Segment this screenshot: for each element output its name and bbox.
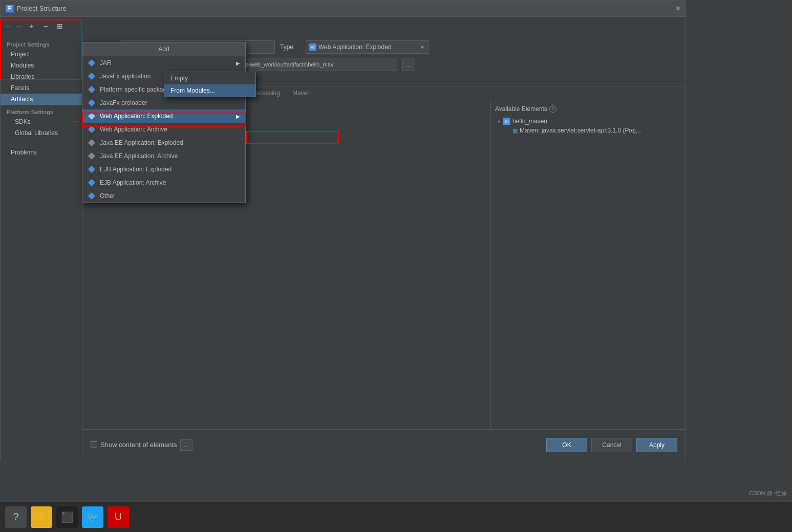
submenu-item-from-modules[interactable]: From Modules...	[164, 84, 255, 97]
platform-settings-label: Platform Settings	[1, 105, 82, 116]
menu-item-ejb-archive[interactable]: EJB Application: Archive	[82, 176, 245, 189]
avail-expand-icon: ▾	[495, 119, 502, 124]
sidebar-item-artifacts[interactable]: Artifacts	[1, 94, 82, 105]
menu-item-ejb-archive-label: EJB Application: Archive	[100, 179, 166, 186]
jar-icon	[88, 59, 96, 67]
webapp-exploded-arrow-icon: ▶	[236, 114, 240, 119]
menu-item-webapp-exploded-label: Web Application: Exploded	[100, 113, 173, 120]
remove-button[interactable]: −	[39, 20, 52, 32]
menu-item-jar[interactable]: JAR ▶	[82, 56, 245, 70]
web-app-icon: W	[309, 43, 316, 51]
show-content-row: Show content of elements ...	[91, 439, 192, 451]
taskbar-twitter-icon[interactable]: 🐦	[82, 506, 103, 528]
avail-item-hello-maven[interactable]: ▾ M hello_maven	[495, 117, 681, 126]
menu-item-javaee-archive-label: Java EE Application: Archive	[100, 152, 178, 160]
avail-module-label: hello_maven	[512, 118, 547, 125]
lib-icon: ▦	[512, 127, 518, 134]
javafx-preloader-icon	[88, 99, 96, 107]
taskbar-help-icon[interactable]: ?	[5, 506, 27, 528]
menu-item-other[interactable]: Other	[82, 189, 245, 203]
toolbar: ← → + − ⊞	[1, 17, 686, 35]
ejb-archive-icon	[88, 179, 96, 187]
browse-button[interactable]: …	[402, 58, 415, 71]
webapp-archive-icon	[88, 125, 96, 134]
menu-item-jar-label: JAR	[100, 59, 112, 66]
type-value: Web Application: Exploded	[318, 43, 392, 51]
menu-item-ejb-exploded[interactable]: EJB Application: Exploded	[82, 163, 245, 176]
chevron-down-icon: ▼	[420, 45, 425, 50]
avail-item-servlet[interactable]: ▦ Maven: javax.servlet:servlet-api:3.1.0…	[504, 126, 681, 135]
title-bar-left: P Project Structure	[6, 5, 67, 13]
menu-item-javafx-app-label: JavaFx application	[100, 73, 151, 80]
available-header: Available Elements ?	[495, 105, 681, 113]
sidebar-item-global-libraries[interactable]: Global Libraries	[1, 127, 82, 139]
sidebar-item-facets[interactable]: Facets	[1, 82, 82, 94]
ellipsis-button[interactable]: ...	[180, 439, 192, 451]
add-button[interactable]: +	[25, 20, 37, 32]
watermark: CSDN @~忆缘	[749, 490, 787, 497]
taskbar-u-icon[interactable]: U	[108, 506, 129, 528]
menu-item-webapp-archive[interactable]: Web Application: Archive	[82, 123, 245, 136]
menu-item-platform-pkg-label: Platform specific package	[100, 86, 170, 93]
menu-item-ejb-exploded-label: EJB Application: Exploded	[100, 166, 172, 173]
other-icon	[88, 192, 96, 200]
close-button[interactable]: ×	[676, 4, 680, 13]
javaee-archive-icon	[88, 152, 96, 160]
menu-item-other-label: Other	[100, 192, 115, 199]
project-settings-label: Project Settings	[1, 39, 82, 49]
taskbar: ? T ⬛ 🐦 U	[0, 501, 792, 532]
menu-item-javaee-exploded-label: Java EE Application: Exploded	[100, 139, 183, 146]
taskbar-black-icon[interactable]: ⬛	[56, 506, 78, 528]
type-label: Type:	[280, 43, 301, 51]
cancel-button[interactable]: Cancel	[591, 438, 632, 452]
sidebar-item-modules[interactable]: Modules	[1, 60, 82, 71]
submenu-item-empty[interactable]: Empty	[164, 72, 255, 84]
ok-button[interactable]: OK	[546, 438, 587, 452]
show-content-label: Show content of elements	[100, 441, 177, 449]
menu-item-javaee-exploded[interactable]: Java EE Application: Exploded	[82, 136, 245, 149]
forward-button[interactable]: →	[15, 21, 23, 31]
webapp-exploded-icon	[88, 112, 96, 120]
type-select[interactable]: W Web Application: Exploded ▼	[306, 40, 429, 54]
platform-pkg-icon	[88, 85, 96, 94]
add-dropdown-menu: Add JAR ▶ JavaFx application ▶ Platform …	[82, 42, 246, 203]
module-icon: M	[503, 118, 510, 125]
add-menu-header: Add	[82, 42, 245, 56]
show-content-checkbox[interactable]	[91, 441, 97, 448]
sidebar-item-libraries[interactable]: Libraries	[1, 71, 82, 82]
submenu: Empty From Modules...	[164, 72, 256, 97]
menu-item-webapp-exploded[interactable]: Web Application: Exploded ▶	[82, 109, 245, 123]
window-title: Project Structure	[17, 5, 67, 12]
available-header-label: Available Elements	[495, 105, 547, 113]
ejb-exploded-icon	[88, 165, 96, 173]
app-icon: P	[6, 5, 14, 13]
copy-button[interactable]: ⊞	[54, 20, 66, 32]
back-button[interactable]: ←	[5, 21, 13, 31]
jar-arrow-icon: ▶	[236, 60, 240, 66]
menu-item-webapp-archive-label: Web Application: Archive	[100, 126, 167, 133]
javaee-exploded-icon	[88, 139, 96, 147]
help-icon[interactable]: ?	[549, 105, 556, 113]
sidebar: Project Settings Project Modules Librari…	[1, 35, 82, 460]
title-bar: P Project Structure ×	[1, 1, 686, 17]
menu-item-javafx-preloader[interactable]: JavaFx preloader	[82, 96, 245, 109]
javafx-app-icon	[88, 72, 96, 80]
menu-item-javaee-archive[interactable]: Java EE Application: Archive	[82, 149, 245, 163]
taskbar-t-icon[interactable]: T	[31, 506, 52, 528]
tab-maven[interactable]: Maven	[286, 86, 317, 101]
bottom-bar: Show content of elements ... OK Cancel A…	[82, 429, 686, 460]
menu-item-javafx-preloader-label: JavaFx preloader	[100, 99, 147, 106]
avail-lib-label: Maven: javax.servlet:servlet-api:3.1.0 (…	[520, 127, 641, 134]
sidebar-item-project[interactable]: Project	[1, 49, 82, 60]
sidebar-item-sdks[interactable]: SDKs	[1, 116, 82, 127]
dialog-buttons: OK Cancel Apply	[546, 438, 677, 452]
apply-button[interactable]: Apply	[636, 438, 677, 452]
sidebar-item-problems[interactable]: Problems	[1, 147, 82, 158]
available-elements: Available Elements ? ▾ M hello_maven ▦ M…	[491, 101, 686, 429]
